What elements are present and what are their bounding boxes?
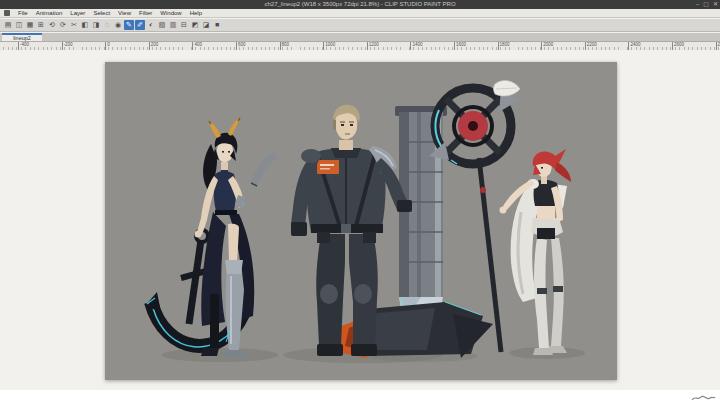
ruler-label: -200 bbox=[62, 42, 73, 50]
menu-item-filter[interactable]: Filter bbox=[139, 9, 152, 18]
save-file-icon[interactable]: ▦ bbox=[25, 20, 35, 30]
ruler-label: 200 bbox=[149, 42, 159, 50]
ruler-label: -400 bbox=[18, 42, 29, 50]
menu-item-select[interactable]: Select bbox=[93, 9, 110, 18]
settings-icon[interactable]: ■ bbox=[212, 20, 222, 30]
ruler-label: 1200 bbox=[367, 42, 379, 50]
ruler-label: 1000 bbox=[323, 42, 335, 50]
undo-icon[interactable]: ⟲ bbox=[47, 20, 57, 30]
app-icon bbox=[4, 10, 10, 16]
document-tab-label: lineup2 bbox=[13, 35, 31, 41]
brush-tool-icon[interactable]: ✐ bbox=[135, 20, 145, 30]
fill-tool-icon[interactable]: ◉ bbox=[113, 20, 123, 30]
ruler-label: 400 bbox=[192, 42, 202, 50]
ruler-label: 800 bbox=[280, 42, 290, 50]
open-file-icon[interactable]: ◫ bbox=[14, 20, 24, 30]
shadow-left bbox=[162, 348, 278, 362]
watermark-mark bbox=[690, 393, 716, 403]
window-title: ch27_lineup2 (W18 x 3500px 72dpi 21.8%) … bbox=[264, 1, 455, 7]
layer-panel-icon[interactable]: ▧ bbox=[157, 20, 167, 30]
ruler-label: 0 bbox=[105, 42, 110, 50]
window-controls: –▢✕ bbox=[696, 0, 718, 9]
video-frame: ch27_lineup2 (W18 x 3500px 72dpi 21.8%) … bbox=[0, 0, 720, 405]
export-icon[interactable]: ⊞ bbox=[36, 20, 46, 30]
document-canvas[interactable] bbox=[105, 62, 617, 380]
ruler-toggle-icon[interactable]: ⊟ bbox=[179, 20, 189, 30]
redo-icon[interactable]: ⟳ bbox=[58, 20, 68, 30]
menu-item-layer[interactable]: Layer bbox=[70, 9, 85, 18]
close-button[interactable]: ✕ bbox=[713, 0, 718, 9]
menu-item-window[interactable]: Window bbox=[160, 9, 181, 18]
snap-toggle-icon[interactable]: ◩ bbox=[190, 20, 200, 30]
pen-tool-icon[interactable]: ✎ bbox=[124, 20, 134, 30]
clip-studio-window: ch27_lineup2 (W18 x 3500px 72dpi 21.8%) … bbox=[0, 0, 720, 390]
tabstrip: lineup2 bbox=[0, 33, 720, 42]
artwork-character-lineup bbox=[105, 62, 617, 380]
tone-tool-icon[interactable]: ◐ bbox=[146, 20, 156, 30]
grid-toggle-icon[interactable]: ▥ bbox=[168, 20, 178, 30]
new-document-icon[interactable]: ▤ bbox=[3, 20, 13, 30]
ruler-label: 2800 bbox=[716, 42, 720, 50]
menu-item-animation[interactable]: Animation bbox=[36, 9, 63, 18]
deselect-icon[interactable]: ◌ bbox=[102, 20, 112, 30]
menu-item-file[interactable]: File bbox=[18, 9, 28, 18]
menu-item-help[interactable]: Help bbox=[190, 9, 202, 18]
minimize-button[interactable]: – bbox=[696, 0, 699, 9]
ruler-label: 1400 bbox=[410, 42, 422, 50]
ruler-label: 1600 bbox=[454, 42, 466, 50]
paste-icon[interactable]: ◨ bbox=[91, 20, 101, 30]
ruler-label: 1800 bbox=[498, 42, 510, 50]
ruler-label: 2200 bbox=[585, 42, 597, 50]
menubar-items: FileAnimationLayerSelectViewFilterWindow… bbox=[18, 9, 202, 18]
document-tab[interactable]: lineup2 bbox=[2, 33, 42, 41]
copy-icon[interactable]: ◧ bbox=[80, 20, 90, 30]
toolbar: ▤◫▦⊞⟲⟳✂◧◨◌◉✎✐◐▧▥⊟◩◪■ bbox=[0, 19, 720, 32]
ruler-label: 2000 bbox=[541, 42, 553, 50]
cut-icon[interactable]: ✂ bbox=[69, 20, 79, 30]
maximize-button[interactable]: ▢ bbox=[703, 0, 709, 9]
canvas-viewport[interactable] bbox=[0, 50, 720, 390]
ruler-label: 2600 bbox=[672, 42, 684, 50]
menu-item-view[interactable]: View bbox=[118, 9, 131, 18]
ruler-label: 2400 bbox=[628, 42, 640, 50]
ruler-label: 600 bbox=[236, 42, 246, 50]
material-panel-icon[interactable]: ◪ bbox=[201, 20, 211, 30]
menubar: FileAnimationLayerSelectViewFilterWindow… bbox=[0, 9, 720, 18]
